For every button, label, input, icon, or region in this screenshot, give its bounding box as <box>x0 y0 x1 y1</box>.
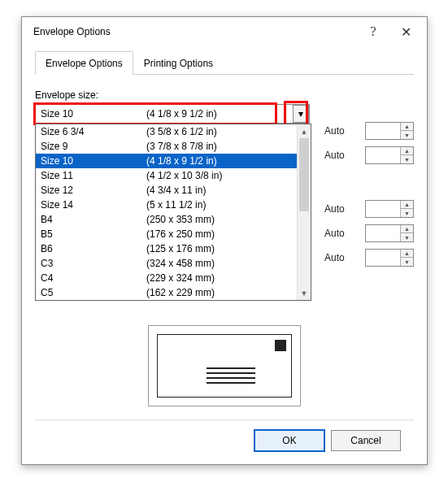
combo-selected-name: Size 10 <box>41 108 146 120</box>
envelope-size-dropdown[interactable]: Size 6 3/4(3 5/8 x 6 1/2 in)Size 9(3 7/8… <box>35 124 311 301</box>
spin-down-icon[interactable]: ▼ <box>401 155 413 163</box>
dropdown-item-name: C5 <box>41 287 146 298</box>
spin-down-icon[interactable]: ▼ <box>401 258 413 266</box>
spin-down-icon[interactable]: ▼ <box>401 233 413 241</box>
scroll-thumb[interactable] <box>299 138 309 211</box>
dropdown-item-dims: (250 x 353 mm) <box>146 214 215 225</box>
dropdown-item-dims: (4 1/2 x 10 3/8 in) <box>146 170 222 181</box>
help-button[interactable]: ? <box>357 20 389 44</box>
dropdown-item-dims: (3 5/8 x 6 1/2 in) <box>146 126 217 137</box>
dropdown-item[interactable]: Size 12(4 3/4 x 11 in) <box>36 183 297 198</box>
stamp-icon <box>275 340 286 351</box>
dropdown-item[interactable]: C3(324 x 458 mm) <box>36 256 297 271</box>
dropdown-item-name: C3 <box>41 258 146 269</box>
spin-label-1: Auto <box>324 150 365 161</box>
scroll-up-icon[interactable]: ▲ <box>298 124 311 138</box>
spin-up-icon[interactable]: ▲ <box>401 250 413 258</box>
spin-up-icon[interactable]: ▲ <box>401 123 413 131</box>
dropdown-item[interactable]: C4(229 x 324 mm) <box>36 271 297 285</box>
dropdown-item-dims: (229 x 324 mm) <box>146 272 215 284</box>
spin-row-1: Auto ▲▼ <box>324 146 414 164</box>
spin-label-3: Auto <box>324 228 365 239</box>
dropdown-item-dims: (4 3/4 x 11 in) <box>146 185 206 196</box>
dropdown-item-name: Size 10 <box>41 155 146 167</box>
dialog-title: Envelope Options <box>33 26 357 37</box>
right-side-fields: Auto ▲▼ Auto ▲▼ Auto <box>324 122 414 273</box>
spin-down-icon[interactable]: ▼ <box>401 209 413 217</box>
dropdown-scrollbar[interactable]: ▲ ▼ <box>297 124 311 300</box>
dialog-buttons: OK Cancel <box>35 419 414 451</box>
spin-row-2: Auto ▲▼ <box>324 200 414 218</box>
dropdown-item-name: Size 6 3/4 <box>41 126 146 137</box>
dropdown-item-name: Size 12 <box>41 185 146 196</box>
dropdown-item-name: C4 <box>41 272 146 284</box>
spin-input-0[interactable]: ▲▼ <box>365 122 414 140</box>
spin-row-0: Auto ▲▼ <box>324 122 414 140</box>
dropdown-item-name: B5 <box>41 228 146 240</box>
ok-button[interactable]: OK <box>254 430 324 451</box>
dropdown-item[interactable]: Size 11(4 1/2 x 10 3/8 in) <box>36 168 297 183</box>
spin-label-0: Auto <box>324 125 365 137</box>
spin-label-4: Auto <box>324 252 365 263</box>
spin-row-4: Auto ▲▼ <box>324 249 414 267</box>
combo-selected-dims: (4 1/8 x 9 1/2 in) <box>146 108 288 120</box>
dropdown-item-dims: (3 7/8 x 8 7/8 in) <box>146 141 217 152</box>
envelope-size-label: Envelope size: <box>35 89 414 101</box>
spin-up-icon[interactable]: ▲ <box>401 147 413 155</box>
envelope-options-dialog: Envelope Options ? ✕ Envelope Options Pr… <box>21 16 428 465</box>
close-button[interactable]: ✕ <box>389 20 422 44</box>
dropdown-item-dims: (4 1/8 x 9 1/2 in) <box>146 155 217 167</box>
spin-label-2: Auto <box>324 203 365 215</box>
envelope-size-combo-row: Size 10 (4 1/8 x 9 1/2 in) ▾ Size 6 3/4(… <box>35 104 414 124</box>
dropdown-item-dims: (5 x 11 1/2 in) <box>146 199 206 211</box>
tabstrip: Envelope Options Printing Options <box>35 51 414 75</box>
dropdown-item[interactable]: Size 9(3 7/8 x 8 7/8 in) <box>36 139 297 154</box>
spin-input-1[interactable]: ▲▼ <box>365 146 414 164</box>
dropdown-item[interactable]: B6(125 x 176 mm) <box>36 241 297 256</box>
dropdown-item-name: Size 9 <box>41 141 146 152</box>
envelope-size-combo[interactable]: Size 10 (4 1/8 x 9 1/2 in) ▾ <box>35 104 310 124</box>
dialog-body: Envelope Options Printing Options Envelo… <box>22 46 427 461</box>
dropdown-item[interactable]: B4(250 x 353 mm) <box>36 212 297 227</box>
tab-printing-options[interactable]: Printing Options <box>133 51 224 75</box>
dropdown-item-name: Size 14 <box>41 199 146 211</box>
spin-input-3[interactable]: ▲▼ <box>365 224 414 242</box>
cancel-button[interactable]: Cancel <box>331 430 401 451</box>
dropdown-item[interactable]: Size 6 3/4(3 5/8 x 6 1/2 in) <box>36 124 297 139</box>
tab-envelope-options[interactable]: Envelope Options <box>35 51 133 75</box>
dropdown-item[interactable]: C5(162 x 229 mm) <box>36 285 297 300</box>
spin-row-3: Auto ▲▼ <box>324 224 414 242</box>
dropdown-item[interactable]: Size 10(4 1/8 x 9 1/2 in) <box>36 154 297 168</box>
dropdown-item-dims: (324 x 458 mm) <box>146 258 215 269</box>
envelope-icon <box>157 334 292 398</box>
spin-input-4[interactable]: ▲▼ <box>365 249 414 267</box>
dropdown-item-dims: (176 x 250 mm) <box>146 228 215 240</box>
dropdown-item-dims: (162 x 229 mm) <box>146 287 215 298</box>
dropdown-items: Size 6 3/4(3 5/8 x 6 1/2 in)Size 9(3 7/8… <box>36 124 297 300</box>
titlebar: Envelope Options ? ✕ <box>22 17 427 46</box>
dropdown-item-dims: (125 x 176 mm) <box>146 243 215 254</box>
spin-input-2[interactable]: ▲▼ <box>365 200 414 218</box>
spin-up-icon[interactable]: ▲ <box>401 225 413 233</box>
spin-down-icon[interactable]: ▼ <box>401 131 413 139</box>
spin-up-icon[interactable]: ▲ <box>401 201 413 209</box>
dropdown-item[interactable]: Size 14(5 x 11 1/2 in) <box>36 198 297 212</box>
scroll-down-icon[interactable]: ▼ <box>298 286 311 300</box>
dropdown-item-name: B6 <box>41 243 146 254</box>
scroll-track[interactable] <box>298 138 311 286</box>
chevron-down-icon[interactable]: ▾ <box>293 105 309 123</box>
envelope-preview <box>148 325 301 406</box>
dropdown-item[interactable]: B5(176 x 250 mm) <box>36 227 297 241</box>
dropdown-item-name: B4 <box>41 214 146 225</box>
fields-area: Size 10 (4 1/8 x 9 1/2 in) ▾ Size 6 3/4(… <box>35 104 414 283</box>
address-lines-icon <box>207 367 255 387</box>
combo-selected-text: Size 10 (4 1/8 x 9 1/2 in) <box>36 108 293 120</box>
dropdown-item-name: Size 11 <box>41 170 146 181</box>
